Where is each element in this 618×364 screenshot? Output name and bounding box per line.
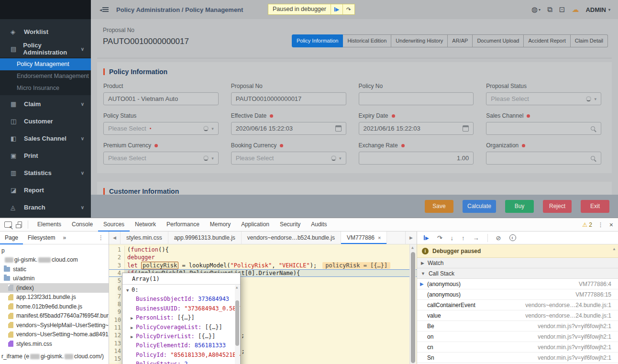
sidebar-item-customer[interactable]: ◫ Customer: [0, 112, 91, 130]
devtools-tab-audits[interactable]: Audits: [306, 218, 332, 232]
sidebar-item-statistics[interactable]: ▥ Statistics ∨: [0, 164, 91, 181]
call-stack-frame-current[interactable]: ▶ (anonymous) VM777886:4: [417, 279, 618, 289]
tab-policy-information[interactable]: Policy Information: [292, 34, 343, 47]
fullscreen-button[interactable]: ⊡: [559, 5, 565, 14]
tree-row-file[interactable]: manifest.6f5badd77640a7f6954f.bur: [0, 311, 109, 321]
policy-status-select[interactable]: Please Select ▾: [103, 122, 219, 135]
calculate-button[interactable]: Calculate: [463, 200, 496, 213]
navigator-menu-icon[interactable]: ⋮: [98, 234, 109, 241]
call-stack-section-header[interactable]: ▼ Call Stack: [417, 268, 618, 279]
tab-underwriting-history[interactable]: Underwriting History: [391, 34, 448, 47]
tab-claim-detail[interactable]: Claim Detail: [571, 34, 608, 47]
tab-accident-report[interactable]: Accident Report: [524, 34, 570, 47]
watch-section-header[interactable]: ▶ Watch: [417, 258, 618, 268]
step-into-button[interactable]: ↓: [451, 234, 454, 242]
sidebar-item-claim[interactable]: ▦ Claim ∨: [0, 95, 91, 112]
call-stack-frame[interactable]: cnvendor.min.js?v=yif6fowjh2:1: [417, 342, 618, 353]
call-stack-frame[interactable]: onvendor.min.js?v=yif6fowjh2:1: [417, 331, 618, 342]
call-stack-frame[interactable]: valuevendors~endorse…24.bundle.js:1: [417, 310, 618, 321]
step-button[interactable]: →: [473, 234, 479, 242]
devtools-tab-elements[interactable]: Elements: [32, 218, 66, 232]
devtools-tab-memory[interactable]: Memory: [205, 218, 236, 232]
exit-button[interactable]: Exit: [581, 200, 609, 213]
sidebar-item-print[interactable]: ▣ Print: [0, 147, 91, 164]
tab-ar-ap[interactable]: AR/AP: [448, 34, 473, 47]
tree-row-file[interactable]: vendors~UserSetting~home.ad8491: [0, 330, 109, 340]
exchange-rate-input[interactable]: 1.00: [359, 152, 474, 165]
tab-historical-edition[interactable]: Historical Edition: [343, 34, 391, 47]
resume-button[interactable]: ▶: [424, 235, 429, 241]
close-tab-icon[interactable]: ×: [378, 235, 381, 241]
step-over-button[interactable]: ↷: [342, 4, 354, 14]
scroll-up-icon[interactable]: ▲: [236, 286, 238, 289]
line-number[interactable]: 2: [109, 254, 125, 261]
popup-root-row[interactable]: ▼0:: [122, 286, 240, 295]
tree-row-file[interactable]: vendors~SysHelpMail~UserSetting~: [0, 320, 109, 330]
hovered-variable[interactable]: policyRisk: [141, 262, 178, 269]
scrollbar-thumb[interactable]: [411, 252, 415, 363]
call-stack-frame[interactable]: Snvendor.min.js?v=yif6fowjh2:1: [417, 353, 618, 363]
more-tabs-icon[interactable]: »: [60, 234, 69, 241]
buy-button[interactable]: Buy: [505, 200, 534, 213]
organization-input[interactable]: [486, 152, 601, 165]
sales-channel-input[interactable]: [486, 122, 601, 135]
scroll-up-icon[interactable]: ▲: [612, 247, 616, 251]
popup-prop-row[interactable]: ▶PolicyCoverageList: [{…}]: [122, 323, 240, 332]
premium-currency-select[interactable]: Please Select ▾: [103, 152, 219, 165]
booking-currency-select[interactable]: Please Select ▾: [231, 152, 346, 165]
call-stack-frame[interactable]: callContainerEventvendors~endorse…24.bun…: [417, 300, 618, 310]
popup-prop-row[interactable]: ▶PersonList: [{…}]: [122, 313, 240, 322]
devtools-tab-sources[interactable]: Sources: [98, 218, 130, 232]
sidebar-item-report[interactable]: ◪ Report: [0, 181, 91, 199]
expander-closed-icon[interactable]: ▶: [131, 314, 136, 322]
file-tab-vm777886[interactable]: VM777886 ×: [341, 232, 387, 244]
editor-scrollbar[interactable]: ▲: [409, 244, 416, 364]
file-tab-styles[interactable]: styles.min.css: [121, 232, 168, 244]
policy-no-input[interactable]: [359, 92, 474, 105]
sidebar-item-policy-administration[interactable]: ▤ Policy Administration ∨: [0, 40, 91, 57]
tree-row-file[interactable]: home.012b9e6d.bundle.js: [0, 302, 109, 311]
expander-closed-icon[interactable]: ▶: [131, 323, 136, 332]
proposal-status-select[interactable]: Please Select ▾: [486, 92, 601, 105]
sidebar-item-worklist[interactable]: ◈ Worklist: [0, 23, 91, 40]
devtools-tab-security[interactable]: Security: [275, 218, 306, 232]
expander-closed-icon[interactable]: ▶: [131, 332, 136, 341]
sidebar-item-policy-management[interactable]: Policy Management: [0, 58, 91, 70]
tree-row-file[interactable]: styles.min.css: [0, 339, 109, 349]
tab-scroll-right-icon[interactable]: ▶: [405, 232, 417, 244]
tree-row-file[interactable]: app.123f23d1.bundle.js: [0, 293, 109, 302]
proposal-no-input[interactable]: PAUTO0010000000017: [231, 92, 346, 105]
deactivate-breakpoints-button[interactable]: ⊘: [496, 234, 501, 242]
step-over-button[interactable]: ↷: [437, 234, 442, 242]
sidebar-item-micro-insurance[interactable]: Micro Insurance: [0, 82, 91, 94]
tab-document-upload[interactable]: Document Upload: [473, 34, 524, 47]
tree-row-folder[interactable]: ui/admin: [0, 274, 109, 284]
sidebar-item-branch[interactable]: ◬ Branch ∨: [0, 199, 91, 216]
documents-button[interactable]: ⧉: [547, 5, 552, 14]
call-stack-frame[interactable]: Bevendor.min.js?v=yif6fowjh2:1: [417, 321, 618, 331]
reject-button[interactable]: Reject: [543, 200, 572, 213]
devtools-close-icon[interactable]: ×: [609, 221, 613, 229]
resume-script-button[interactable]: ▶: [331, 4, 342, 14]
file-tab-vendors-bundle[interactable]: vendors~endorse…b524.bundle.js: [242, 232, 341, 244]
save-button[interactable]: Save: [425, 200, 453, 213]
devtools-tab-console[interactable]: Console: [66, 218, 98, 232]
product-input[interactable]: AUTO001 - Vietnam Auto: [103, 92, 219, 105]
tree-row-iframe[interactable]: r_iframe (e gi-gismk. cloud.com/): [0, 352, 109, 362]
code-view[interactable]: 1 (function(){ 2 debugger 3 let policyRi…: [109, 244, 417, 364]
line-number[interactable]: 1: [109, 246, 125, 254]
inspect-element-icon[interactable]: ↖: [4, 221, 12, 228]
devtools-tab-application[interactable]: Application: [236, 218, 275, 232]
device-toolbar-icon[interactable]: [18, 221, 22, 228]
expander-open-icon[interactable]: ▼: [126, 286, 132, 295]
scroll-up-icon[interactable]: ▲: [411, 245, 414, 250]
popup-prop-row[interactable]: ▶PolicyDriverList: [{…}]: [122, 332, 240, 341]
sidebar-item-sales-channel[interactable]: ◧ Sales Channel ∨: [0, 130, 91, 147]
popup-scrollbar[interactable]: ▲: [235, 285, 240, 364]
file-tab-app-bundle[interactable]: app.99961313.bundle.js: [168, 232, 242, 244]
effective-date-input[interactable]: 2020/06/16 15:22:03: [231, 122, 346, 135]
tree-row-domain[interactable]: gi-gismk. cloud.com: [0, 255, 109, 265]
pause-on-exceptions-button[interactable]: ‖: [509, 234, 516, 241]
navigator-tab-page[interactable]: Page: [0, 232, 23, 244]
line-number[interactable]: 3: [109, 262, 125, 269]
